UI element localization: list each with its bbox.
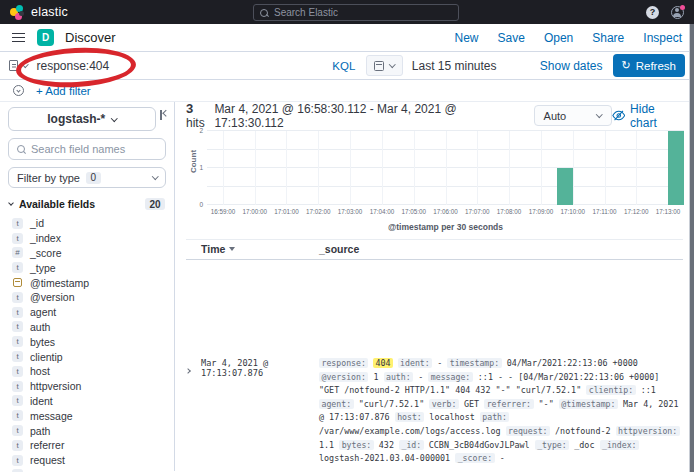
field-item[interactable]: tclientip — [8, 349, 166, 364]
query-input[interactable]: response:404 — [37, 59, 322, 73]
add-filter-button[interactable]: + Add filter — [36, 85, 91, 97]
source-field-label: _score: — [455, 453, 495, 463]
chevron-down-icon — [8, 200, 14, 206]
source-field-label: response: — [319, 358, 368, 368]
source-field-label: clientip: — [586, 385, 635, 395]
scrollbar[interactable] — [689, 24, 694, 472]
x-gridline — [573, 131, 574, 205]
field-item[interactable]: tagent — [8, 305, 166, 320]
x-tick-label: 17:01:00 — [274, 208, 299, 215]
help-icon[interactable]: ? — [646, 6, 659, 19]
source-field-label: verb: — [429, 399, 459, 409]
hide-chart-button[interactable]: Hide chart — [612, 102, 683, 130]
text-field-icon: t — [12, 425, 23, 436]
user-avatar[interactable] — [671, 6, 684, 19]
x-tick-label: 17:12:00 — [624, 208, 649, 215]
text-field-icon: t — [12, 395, 23, 406]
refresh-button[interactable]: ↻Refresh — [613, 54, 686, 77]
field-item[interactable]: trequest — [8, 453, 166, 468]
field-item[interactable]: thost — [8, 364, 166, 379]
global-search-input[interactable]: Search Elastic — [253, 4, 459, 21]
field-item[interactable]: t_index — [8, 231, 166, 246]
discover-app-badge: D — [37, 29, 54, 46]
index-pattern-selector[interactable]: logstash-* — [8, 107, 156, 131]
field-item[interactable]: tident — [8, 394, 166, 409]
filter-bar: + Add filter — [0, 80, 694, 102]
collapse-sidebar-icon[interactable] — [160, 110, 171, 120]
field-item[interactable]: tbytes — [8, 334, 166, 349]
chevron-down-icon — [152, 173, 158, 179]
field-name: httpversion — [30, 380, 81, 392]
field-item[interactable]: t@version — [8, 290, 166, 305]
chart-plot-area: 012 — [207, 131, 684, 205]
field-item[interactable]: treferrer — [8, 438, 166, 453]
source-field-label: path: — [480, 412, 510, 422]
source-field-label: httpversion: — [616, 426, 680, 436]
elastic-logo-icon — [10, 5, 25, 20]
x-gridline — [414, 131, 415, 205]
chevron-right-icon — [185, 368, 191, 374]
doc-source: response: 404 ident: - timestamp: 04/Mar… — [319, 357, 683, 466]
source-field-value: 1.1 — [319, 440, 334, 450]
menu-icon[interactable] — [12, 33, 25, 42]
available-fields-header[interactable]: Available fields 20 — [8, 198, 166, 210]
datepicker-quick-button[interactable] — [366, 55, 403, 76]
histogram-chart: Count 012 16:59:0017:00:0017:01:0017:02:… — [185, 131, 684, 232]
open-button[interactable]: Open — [544, 31, 573, 45]
field-item[interactable]: tpath — [8, 423, 166, 438]
chevron-down-icon — [596, 111, 602, 117]
inspect-button[interactable]: Inspect — [643, 31, 682, 45]
text-field-icon: t — [12, 321, 23, 332]
field-name: agent — [30, 306, 56, 318]
show-dates-button[interactable]: Show dates — [540, 59, 603, 73]
search-icon — [17, 145, 25, 153]
field-item[interactable]: tmessage — [8, 408, 166, 423]
filter-by-type-select[interactable]: Filter by type 0 — [8, 167, 166, 188]
doc-table-header: Time _source — [186, 239, 683, 260]
field-item[interactable]: tauth — [8, 320, 166, 335]
field-item[interactable]: tresponse — [8, 468, 166, 472]
field-item[interactable]: t_id — [8, 216, 166, 231]
expand-doc-icon[interactable] — [186, 357, 201, 377]
query-language-button[interactable]: KQL — [321, 60, 366, 72]
chart-time-range: Mar 4, 2021 @ 16:58:30.112 - Mar 4, 2021… — [214, 102, 519, 130]
field-item[interactable]: thttpversion — [8, 379, 166, 394]
histogram-bar[interactable] — [557, 168, 573, 205]
source-field-value: CCBN_3cB04dGovJLPawl — [429, 440, 530, 450]
histogram-bar[interactable] — [668, 131, 684, 205]
field-item[interactable]: #_score — [8, 246, 166, 261]
fields-sidebar: logstash-* Search field names Filter by … — [0, 102, 175, 471]
source-field-label: host: — [395, 412, 425, 422]
time-column-header[interactable]: Time — [201, 243, 319, 255]
kibana-discover-window: elastic Search Elastic ? D Discover New … — [0, 0, 694, 472]
source-field-label: ident: — [398, 358, 433, 368]
field-name: ident — [30, 395, 53, 407]
save-button[interactable]: Save — [498, 31, 525, 45]
time-range-value[interactable]: Last 15 minutes — [412, 59, 540, 73]
new-button[interactable]: New — [455, 31, 479, 45]
field-search-input[interactable]: Search field names — [8, 138, 166, 160]
x-tick-label: 17:06:00 — [433, 208, 458, 215]
text-field-icon: t — [12, 455, 23, 466]
interval-select[interactable]: Auto — [534, 105, 612, 126]
source-field-value: "-" — [539, 399, 554, 409]
source-field-label: agent: — [319, 399, 354, 409]
source-field-value: logstash-2021.03.04-000001 — [319, 453, 450, 463]
doc-table-body: Mar 4, 2021 @ 17:13:07.876response: 404 … — [175, 352, 694, 471]
field-item[interactable]: @timestamp — [8, 275, 166, 290]
saved-query-icon[interactable] — [9, 60, 28, 71]
text-field-icon: t — [12, 351, 23, 362]
filter-options-icon[interactable] — [13, 85, 24, 96]
x-tick-label: 17:13:00 — [656, 208, 681, 215]
elastic-logo[interactable]: elastic — [10, 5, 68, 20]
brand-name: elastic — [31, 5, 68, 19]
sort-desc-icon — [229, 247, 235, 251]
x-tick-label: 17:08:00 — [497, 208, 522, 215]
query-bar: response:404 KQL Last 15 minutes Show da… — [0, 52, 694, 80]
source-field-label: @version: — [319, 372, 368, 382]
field-item[interactable]: t_type — [8, 260, 166, 275]
text-field-icon: t — [12, 218, 23, 229]
share-button[interactable]: Share — [592, 31, 624, 45]
text-field-icon: t — [12, 336, 23, 347]
eye-slash-icon — [612, 110, 626, 121]
